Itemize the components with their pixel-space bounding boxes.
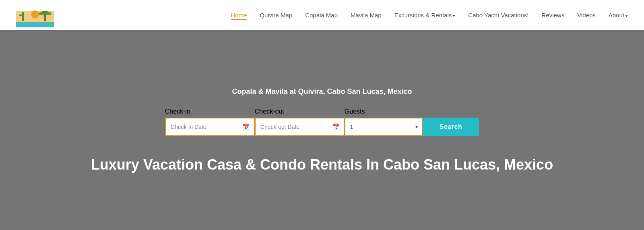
nav-link-yacht[interactable]: Cabo Yacht Vacations!	[468, 12, 528, 19]
svg-rect-3	[19, 15, 23, 16]
checkout-group: Check-out* 📅	[255, 108, 345, 136]
nav-link-videos[interactable]: Videos	[577, 12, 596, 19]
checkout-calendar-icon: 📅	[332, 123, 340, 131]
hero-subtitle: Copala & Mavila at Quivira, Cabo San Luc…	[232, 87, 412, 96]
guests-select-wrapper: 1 2 3 4 5 6 7 8 ▾	[345, 118, 423, 136]
guests-select[interactable]: 1 2 3 4 5 6 7 8	[345, 118, 422, 135]
checkout-label: Check-out*	[255, 108, 345, 115]
svg-rect-2	[22, 12, 24, 21]
search-form: Check-in* 📅 Check-out* 📅 Guests 1	[165, 108, 479, 136]
nav-item-excursions[interactable]: Excursions & Rentals	[394, 12, 456, 19]
logo[interactable]: Cabo Condo Vacations™	[16, 3, 54, 27]
nav-item-videos[interactable]: Videos	[577, 12, 596, 19]
checkin-label: Check-in*	[165, 108, 255, 115]
nav-links: Home Quivira Map Copala Map Mavila Map E…	[231, 12, 628, 19]
nav-item-yacht[interactable]: Cabo Yacht Vacations!	[468, 12, 528, 19]
checkin-group: Check-in* 📅	[165, 108, 255, 136]
nav-link-home[interactable]: Home	[231, 12, 247, 20]
nav-link-quivira-map[interactable]: Quivira Map	[260, 12, 292, 19]
search-button[interactable]: Search	[423, 118, 479, 136]
checkin-input-wrapper: 📅	[165, 118, 255, 136]
svg-point-7	[45, 12, 52, 15]
nav-item-copala-map[interactable]: Copala Map	[305, 12, 338, 19]
checkout-input[interactable]	[256, 118, 332, 135]
nav-item-quivira-map[interactable]: Quivira Map	[260, 12, 292, 19]
nav-item-about[interactable]: About	[609, 12, 628, 19]
checkin-calendar-icon: 📅	[242, 123, 250, 131]
nav-item-reviews[interactable]: Reviews	[541, 12, 564, 19]
svg-point-1	[31, 10, 39, 19]
navbar: Cabo Condo Vacations™ Home Quivira Map C…	[0, 0, 644, 30]
svg-text:Cabo Condo Vacations™: Cabo Condo Vacations™	[18, 24, 52, 27]
hero-title: Luxury Vacation Casa & Condo Rentals In …	[91, 156, 553, 173]
nav-link-copala-map[interactable]: Copala Map	[305, 12, 338, 19]
checkin-input[interactable]	[166, 118, 242, 135]
nav-item-home[interactable]: Home	[231, 12, 247, 19]
nav-link-mavila-map[interactable]: Mavila Map	[351, 12, 382, 19]
guests-label: Guests	[345, 108, 423, 115]
checkout-input-wrapper: 📅	[255, 118, 345, 136]
nav-item-mavila-map[interactable]: Mavila Map	[351, 12, 382, 19]
nav-link-reviews[interactable]: Reviews	[541, 12, 564, 19]
hero-section: Copala & Mavila at Quivira, Cabo San Luc…	[0, 30, 644, 230]
nav-link-excursions[interactable]: Excursions & Rentals	[394, 12, 456, 19]
svg-point-6	[39, 12, 45, 15]
guests-group: Guests 1 2 3 4 5 6 7 8 ▾	[345, 108, 423, 136]
nav-link-about[interactable]: About	[609, 12, 628, 19]
